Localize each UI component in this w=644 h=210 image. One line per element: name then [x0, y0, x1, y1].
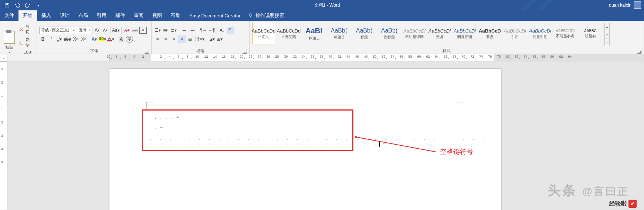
tab-layout[interactable]: 布局 [74, 10, 92, 21]
user-area[interactable]: duan kaixin [609, 1, 644, 9]
save-button[interactable] [3, 1, 11, 9]
style-要点[interactable]: AaBbCcD要点 [478, 23, 501, 44]
tab-selector[interactable]: L [0, 54, 7, 61]
tab-design[interactable]: 设计 [55, 10, 74, 21]
shrink-font-button[interactable]: A▾ [101, 27, 109, 34]
font-color-button[interactable]: A▾ [107, 35, 114, 43]
tell-me-search[interactable]: 操作说明搜索 [248, 10, 284, 21]
style-↵正文[interactable]: AaBbCcDd↵ 正文 [252, 23, 275, 44]
tab-home[interactable]: 开始 [18, 10, 37, 21]
character-shading-button[interactable]: A [118, 35, 125, 43]
paragraph-dialog-launcher[interactable] [243, 49, 247, 54]
styles-group-label: 样式 [443, 48, 451, 53]
margin-corner-tr [457, 102, 464, 109]
increase-indent-button[interactable]: ⇥ [189, 27, 196, 34]
superscript-button[interactable]: X2 [80, 35, 87, 43]
group-clipboard: 粘贴 ▾ 剪切 复制 格式刷 剪贴板 [0, 21, 37, 54]
styles-scroll-down[interactable]: ▾ [605, 31, 609, 39]
tab-easy-document-creator[interactable]: Easy Document Creator [185, 10, 245, 21]
shading-button[interactable]: ◪▾ [208, 35, 215, 43]
style-强调[interactable]: AaBbCcDi强调 [428, 23, 451, 44]
change-case-button[interactable]: Aa▾ [112, 27, 120, 34]
watermark-toutiao: 头条 @言曰正 [548, 182, 629, 200]
style-明显引用[interactable]: AaBbCcDi明显引用 [529, 23, 552, 44]
rtl-button[interactable]: ←¶ [208, 27, 215, 34]
tab-help[interactable]: 帮助 [166, 10, 185, 21]
phonetic-guide-button[interactable]: wén [131, 27, 139, 34]
user-name: duan kaixin [609, 3, 631, 8]
numbering-button[interactable]: ≡▾ [162, 27, 169, 34]
enclose-characters-button[interactable]: 字 [126, 36, 133, 43]
qat-customize-button[interactable]: ▾ [34, 1, 42, 9]
character-border-button[interactable]: A [139, 27, 147, 34]
font-dialog-launcher[interactable] [145, 49, 149, 54]
horizontal-ruler[interactable]: 1086422468101214161820222426283032343638… [109, 54, 644, 61]
styles-expand[interactable]: ▾ [605, 38, 609, 46]
paste-label: 粘贴 [5, 44, 13, 50]
svg-point-2 [249, 14, 252, 16]
italic-button[interactable]: I [47, 35, 55, 43]
style-不明显强调[interactable]: AaBbCcDi不明显强调 [403, 23, 426, 44]
style-明显参[interactable]: AABBC明显参 [579, 23, 602, 44]
style-↵无间隔[interactable]: AaBbCcDd↵ 无间隔 [277, 23, 300, 44]
underline-button[interactable]: U▾ [55, 35, 63, 43]
ltr-button[interactable]: ¶→ [200, 27, 207, 34]
highlight-button[interactable]: ab▾ [99, 35, 106, 43]
doc-line-1: . . . . . ↵ [149, 115, 182, 120]
bold-button[interactable]: B [39, 35, 47, 43]
align-center-button[interactable]: ≡ [162, 35, 169, 43]
style-引用[interactable]: AaBbCcDi引用 [504, 23, 526, 44]
subscript-button[interactable]: X2 [72, 35, 79, 43]
sort-button[interactable]: A↓ [218, 27, 226, 34]
paste-button[interactable]: 粘贴 ▾ [2, 30, 16, 54]
undo-button[interactable] [13, 1, 21, 9]
borders-button[interactable]: ⊞▾ [216, 35, 223, 43]
quick-access-toolbar: ▾ [0, 1, 45, 9]
text-effects-button[interactable]: A▾ [91, 35, 98, 43]
style-标题2[interactable]: AaBb(标题 2 [328, 23, 350, 44]
clear-formatting-button[interactable]: A◆ [123, 27, 131, 34]
cut-button[interactable]: 剪切 [18, 23, 34, 35]
paragraph-group-label: 段落 [196, 48, 204, 53]
align-left-button[interactable]: ≡ [154, 35, 161, 43]
tab-references[interactable]: 引用 [92, 10, 111, 21]
ribbon: 粘贴 ▾ 剪切 复制 格式刷 剪贴板 等线 (西文正文)▾ 五号▾ A▴ A▾ … [0, 21, 644, 54]
font-name-combo[interactable]: 等线 (西文正文)▾ [39, 27, 76, 34]
line-spacing-button[interactable]: ‡≡▾ [197, 35, 204, 43]
tell-me-label: 操作说明搜索 [255, 12, 284, 19]
justify-button[interactable]: ≡ [178, 35, 186, 43]
lightbulb-icon [248, 13, 253, 18]
tab-insert[interactable]: 插入 [37, 10, 55, 21]
vertical-ruler[interactable]: 32112345 [0, 61, 7, 210]
tab-view[interactable]: 视图 [148, 10, 166, 21]
title-bar: ▾ 文档1 - Word duan kaixin [0, 0, 644, 10]
tab-file[interactable]: 文件 [0, 10, 18, 21]
strikethrough-button[interactable]: abc [64, 35, 71, 43]
multilevel-list-button[interactable]: ≣▾ [170, 27, 177, 34]
decrease-indent-button[interactable]: ⇤ [181, 27, 188, 34]
show-marks-button[interactable]: ¶ [227, 27, 234, 34]
copy-button[interactable]: 复制 [18, 36, 34, 49]
group-styles: AaBbCcDd↵ 正文AaBbCcDd↵ 无间隔AaBl标题 1AaBb(标题… [250, 21, 644, 54]
user-avatar-icon[interactable] [634, 1, 641, 9]
tab-mailings[interactable]: 邮件 [111, 10, 129, 21]
redo-button[interactable] [24, 1, 32, 9]
doc-line-2: . . ↵ [149, 125, 165, 130]
distribute-button[interactable]: ⊞ [186, 35, 194, 43]
annotation-label: 空格键符号 [440, 147, 473, 156]
style-标题[interactable]: AaBb(标题 [353, 23, 376, 44]
style-不明显参考[interactable]: AABBCCDI不明显参考 [554, 23, 577, 44]
styles-dialog-launcher[interactable] [637, 49, 641, 54]
font-size-combo[interactable]: 五号▾ [77, 27, 92, 34]
bullets-button[interactable]: ☰▾ [154, 27, 161, 34]
style-明显强调[interactable]: AaBbCcDi明显强调 [453, 23, 476, 44]
tab-review[interactable]: 审阅 [129, 10, 148, 21]
style-标题1[interactable]: AaBl标题 1 [302, 23, 325, 44]
page[interactable]: . . . . . ↵ . . ↵ . . . . . . . . . . . … [109, 69, 501, 210]
styles-scroll-up[interactable]: ▴ [605, 23, 609, 31]
style-副标题[interactable]: AaBb(副标题 [378, 23, 401, 44]
grow-font-button[interactable]: A▴ [93, 27, 101, 34]
align-right-button[interactable]: ≡ [170, 35, 177, 43]
svg-rect-1 [6, 3, 7, 5]
copy-icon [19, 40, 24, 45]
